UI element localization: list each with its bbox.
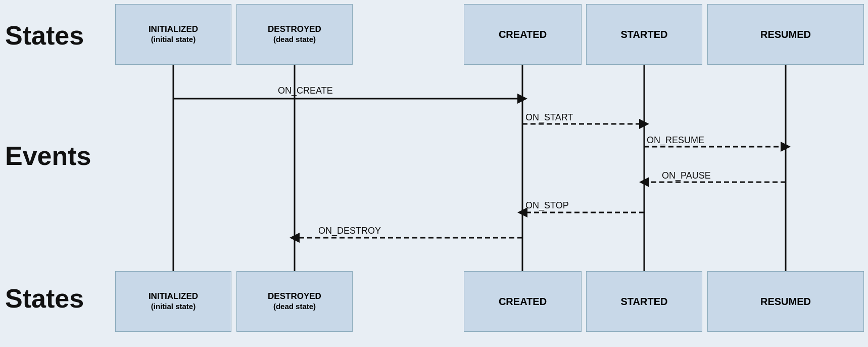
on-create-label: ON_CREATE <box>278 85 333 96</box>
on-pause-label: ON_PAUSE <box>662 170 711 181</box>
on-destroy-label: ON_DESTROY <box>318 226 381 236</box>
on-resume-label: ON_RESUME <box>647 135 704 146</box>
diagram-svg: ON_CREATE ON_START ON_RESUME ON_PAUSE ON… <box>0 0 868 347</box>
on-stop-label: ON_STOP <box>525 200 569 211</box>
on-start-label: ON_START <box>525 112 573 123</box>
diagram-container: States Events States INITIALIZED(initial… <box>0 0 868 347</box>
